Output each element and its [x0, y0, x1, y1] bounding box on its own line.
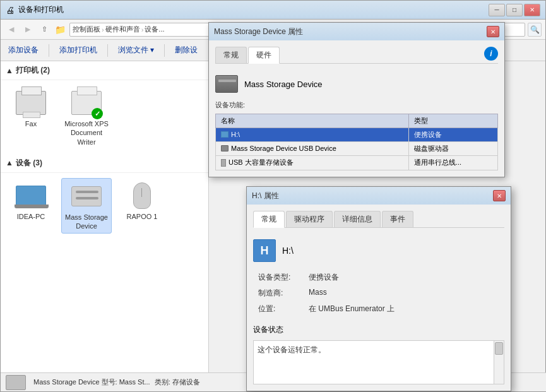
h-properties-dialog: H:\ 属性 ✕ 常规 驱动程序 详细信息 事件 H H:\ 设备类型: 便携设…: [246, 186, 511, 391]
laptop-icon: [16, 186, 46, 206]
status-text: 这个设备运转正常。: [258, 345, 326, 354]
h-tab-events[interactable]: 事件: [382, 211, 413, 227]
idea-pc-item[interactable]: IDEA-PC: [6, 178, 56, 234]
fax-printer-icon: [16, 91, 46, 115]
hdd-icon: [215, 75, 238, 93]
h-close-button[interactable]: ✕: [493, 190, 506, 201]
left-panel: ▲ 打印机 (2) Fax ✓ Microsoft XPSDo: [1, 61, 209, 374]
restore-button[interactable]: □: [506, 4, 523, 16]
prop-value-loc: 在 UMBus Enumerator 上: [309, 304, 395, 314]
window-title: 设备和打印机: [18, 4, 64, 15]
prop-value-mfg: Mass: [309, 288, 327, 297]
function-table: 名称 类型 H:\ 便携设备: [215, 114, 498, 170]
row-usb-name: USB 大容量存储设备: [216, 156, 409, 170]
forward-button[interactable]: ▶: [21, 23, 35, 37]
mouse-icon-container: [127, 181, 157, 211]
xps-icon-container: ✓: [71, 88, 102, 118]
xps-device-item[interactable]: ✓ Microsoft XPSDocumentWriter: [61, 85, 112, 149]
prop-label-mfg: 制造商:: [258, 288, 309, 299]
h-tab-general[interactable]: 常规: [253, 211, 285, 228]
table-row-usb-mass[interactable]: USB 大容量存储设备 通用串行总线...: [216, 156, 498, 170]
back-button[interactable]: ◀: [4, 23, 18, 37]
sep3: [164, 44, 165, 57]
prop-label-loc: 位置:: [258, 304, 309, 314]
disk-icon: [221, 145, 228, 151]
title-bar-left: 🖨 设备和打印机: [6, 4, 64, 15]
h-tab-driver[interactable]: 驱动程序: [286, 211, 333, 227]
col-name: 名称: [216, 114, 409, 128]
prop-label-type: 设备类型:: [258, 272, 309, 283]
row-msd-name: Mass Storage Device USB Device: [216, 142, 409, 156]
h-device-name: H:\: [282, 246, 294, 256]
sep1: [49, 44, 49, 57]
h-tab-bar: 常规 驱动程序 详细信息 事件: [253, 211, 504, 228]
minimize-button[interactable]: ─: [489, 4, 505, 16]
title-bar-controls: ─ □ ✕: [489, 4, 540, 16]
tab-hardware[interactable]: 硬件: [248, 47, 280, 64]
add-device-button[interactable]: 添加设备: [6, 44, 41, 57]
table-row-h[interactable]: H:\ 便携设备: [216, 128, 498, 142]
status-section-label: 设备状态: [253, 324, 504, 335]
sep2: [107, 44, 108, 57]
breadcrumb-sep1: ›: [102, 26, 104, 33]
mouse-icon: [133, 182, 151, 209]
mass-storage-item[interactable]: Mass StorageDevice: [61, 178, 112, 234]
plug-icon: [221, 159, 226, 167]
devices-grid: IDEA-PC Mass StorageDevice RAPOO 1: [1, 173, 208, 239]
prop-row-type: 设备类型: 便携设备: [258, 270, 504, 285]
status-sub: 类别: 存储设备: [155, 378, 200, 386]
breadcrumb-current: 设备...: [145, 25, 164, 34]
row-msd-type: 磁盘驱动器: [408, 142, 497, 156]
delete-device-button[interactable]: 删除设: [172, 44, 200, 57]
folder-icon: 📁: [55, 25, 66, 35]
search-icon[interactable]: 🔍: [528, 23, 542, 37]
close-button[interactable]: ✕: [524, 4, 540, 16]
row-usb-type: 通用串行总线...: [408, 156, 497, 170]
h-tab-details[interactable]: 详细信息: [334, 211, 381, 227]
prop-row-loc: 位置: 在 UMBus Enumerator 上: [258, 301, 504, 317]
printers-header: ▲ 打印机 (2): [1, 61, 208, 80]
function-section-label: 设备功能:: [215, 100, 498, 110]
msd-device-name: Mass Storage Device: [244, 80, 323, 89]
row-h-type: 便携设备: [408, 128, 497, 142]
browse-files-button[interactable]: 浏览文件 ▾: [116, 44, 157, 57]
msd-dialog-title-bar: Mass Storage Device 属性 ✕: [209, 23, 504, 40]
status-text: Mass Storage Device 型号: Mass St... 类别: 存…: [33, 377, 200, 387]
breadcrumb-hw: 硬件和声音: [105, 25, 140, 34]
msd-dialog-title: Mass Storage Device 属性: [214, 27, 303, 37]
msd-tab-bar: 常规 硬件 i: [215, 47, 498, 64]
h-dialog-content: 常规 驱动程序 详细信息 事件 H H:\ 设备类型: 便携设备 制造商: Ma…: [247, 205, 511, 391]
fax-label: Fax: [25, 119, 37, 128]
breadcrumb-sep2: ›: [141, 26, 144, 33]
devices-triangle: ▲: [6, 158, 13, 167]
table-row-msd-usb[interactable]: Mass Storage Device USB Device 磁盘驱动器: [216, 142, 498, 156]
tab-general[interactable]: 常规: [215, 47, 247, 63]
status-scrollbar[interactable]: [494, 341, 504, 384]
add-printer-button[interactable]: 添加打印机: [57, 44, 100, 57]
msd-usb-row-icon: Mass Storage Device USB Device: [221, 145, 336, 152]
xps-label: Microsoft XPSDocumentWriter: [64, 119, 109, 146]
title-bar: 🖨 设备和打印机 ─ □ ✕: [1, 1, 545, 20]
mass-storage-icon-container: [71, 181, 102, 211]
status-device-icon: [6, 375, 26, 390]
breadcrumb-text: 控制面板: [73, 25, 100, 34]
status-main: Mass Storage Device 型号: Mass St...: [33, 378, 150, 386]
window-icon: 🖨: [6, 5, 15, 15]
fax-device-item[interactable]: Fax: [6, 85, 56, 149]
printers-title: 打印机 (2): [16, 65, 50, 76]
msd-close-button[interactable]: ✕: [487, 26, 499, 37]
devices-header: ▲ 设备 (3): [1, 154, 208, 173]
h-drive-icon: H: [253, 239, 276, 262]
rapoo-item[interactable]: RAPOO 1: [117, 178, 167, 234]
msd-dialog-content: 常规 硬件 i Mass Storage Device 设备功能: 名称 类型: [209, 40, 504, 177]
info-icon: i: [484, 47, 498, 61]
device-status-box: 这个设备运转正常。: [253, 340, 504, 384]
h-properties-list: 设备类型: 便携设备 制造商: Mass 位置: 在 UMBus Enumera…: [253, 270, 504, 317]
h-dialog-title-bar: H:\ 属性 ✕: [247, 187, 511, 205]
prop-row-mfg: 制造商: Mass: [258, 285, 504, 301]
msd-properties-dialog: Mass Storage Device 属性 ✕ 常规 硬件 i Mass St…: [208, 22, 505, 177]
laptop-icon-container: [16, 181, 46, 211]
up-button[interactable]: ⇧: [37, 23, 51, 37]
h-usb-icon: [221, 131, 228, 138]
printers-grid: Fax ✓ Microsoft XPSDocumentWriter: [1, 80, 208, 154]
